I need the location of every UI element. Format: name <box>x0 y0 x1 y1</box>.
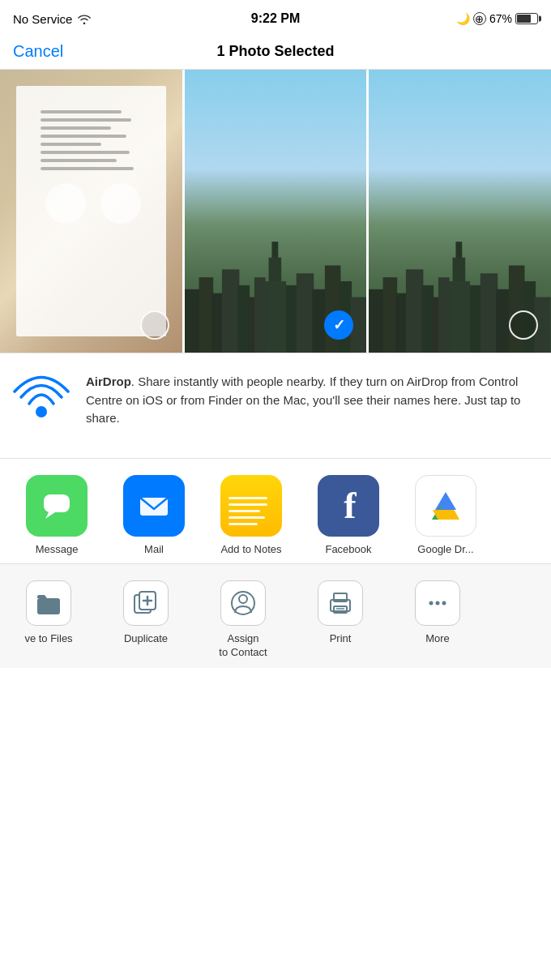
more-icon-wrap <box>415 580 460 626</box>
airdrop-description: AirDrop. Share instantly with people nea… <box>86 370 538 428</box>
photo-cell-1[interactable] <box>0 70 185 353</box>
svg-rect-33 <box>44 494 70 512</box>
action-label-print: Print <box>330 632 352 646</box>
battery-icon <box>515 13 538 24</box>
photo-grid: ✓ <box>0 70 551 353</box>
status-time: 9:22 PM <box>251 11 300 26</box>
nav-bar: Cancel 1 Photo Selected <box>0 36 551 70</box>
action-label-files: ve to Files <box>24 632 72 646</box>
check-icon: ✓ <box>333 318 345 332</box>
svg-point-56 <box>442 601 446 606</box>
photo-selection-1[interactable] <box>140 310 169 340</box>
svg-rect-23 <box>422 285 434 353</box>
airdrop-heading: AirDrop <box>86 374 131 388</box>
glare-1 <box>45 183 86 224</box>
share-label-facebook: Facebook <box>325 543 371 555</box>
doc-line <box>41 159 117 162</box>
message-bubble-icon <box>39 488 75 524</box>
svg-rect-22 <box>406 269 423 353</box>
print-icon <box>327 590 353 616</box>
svg-rect-3 <box>185 289 201 353</box>
share-label-message: Message <box>36 543 79 555</box>
more-dots-icon <box>425 590 451 616</box>
action-label-more: More <box>425 632 450 646</box>
battery-percent: 67% <box>489 12 512 25</box>
action-item-print[interactable]: Print <box>292 580 389 660</box>
status-left: No Service <box>13 12 92 26</box>
action-row: ve to Files Duplicate Assign to Contact <box>0 564 551 668</box>
share-item-mail[interactable]: Mail <box>105 475 203 555</box>
action-item-files[interactable]: ve to Files <box>0 580 97 660</box>
carrier-label: No Service <box>13 12 72 26</box>
nav-title: 1 Photo Selected <box>216 43 334 60</box>
status-bar: No Service 9:22 PM 🌙 ⊕ 67% <box>0 0 551 36</box>
action-item-more[interactable]: More <box>389 580 486 660</box>
svg-rect-42 <box>37 598 60 614</box>
files-icon-wrap <box>26 580 71 626</box>
mail-envelope-icon <box>136 488 172 524</box>
gdrive-triangle-icon <box>425 486 466 526</box>
share-row: Message Mail Add to Notes f Fac <box>0 459 551 564</box>
glare-2 <box>100 183 141 224</box>
airdrop-section: AirDrop. Share instantly with people nea… <box>0 353 551 459</box>
svg-point-55 <box>436 601 440 606</box>
gdrive-app-icon <box>415 475 476 537</box>
doc-line <box>41 118 131 122</box>
notes-app-icon <box>220 475 282 537</box>
svg-rect-7 <box>237 285 250 353</box>
doc-line <box>41 167 134 170</box>
action-label-duplicate: Duplicate <box>124 632 168 646</box>
folder-icon <box>36 590 62 616</box>
doc-line <box>41 135 126 138</box>
svg-rect-25 <box>438 277 450 353</box>
status-right: 🌙 ⊕ 67% <box>456 12 538 25</box>
notes-lines <box>229 490 274 525</box>
action-item-duplicate[interactable]: Duplicate <box>97 580 194 660</box>
notes-line-5 <box>229 523 258 525</box>
wifi-icon <box>77 13 92 24</box>
svg-rect-10 <box>286 285 298 353</box>
svg-rect-9 <box>254 277 266 353</box>
cancel-button[interactable]: Cancel <box>13 42 63 61</box>
svg-rect-26 <box>470 285 482 353</box>
doc-line <box>41 126 111 130</box>
notes-line-4 <box>229 516 265 519</box>
message-app-icon <box>26 475 88 537</box>
doc-line <box>41 143 101 146</box>
share-item-notes[interactable]: Add to Notes <box>203 475 300 555</box>
share-item-facebook[interactable]: f Facebook <box>300 475 397 555</box>
facebook-app-icon: f <box>318 475 379 537</box>
photo-cell-2[interactable]: ✓ <box>185 70 369 353</box>
share-label-mail: Mail <box>144 543 164 555</box>
share-label-gdrive: Google Dr... <box>417 543 473 555</box>
svg-point-54 <box>429 601 434 606</box>
location-icon: ⊕ <box>473 12 486 25</box>
svg-marker-34 <box>45 512 55 519</box>
svg-rect-19 <box>369 289 385 353</box>
duplicate-icon-wrap <box>123 580 169 626</box>
print-icon-wrap <box>318 580 363 626</box>
doc-line <box>41 110 122 113</box>
svg-marker-39 <box>436 494 455 510</box>
svg-point-48 <box>239 595 247 603</box>
photo-selection-3[interactable] <box>509 310 538 340</box>
share-item-message[interactable]: Message <box>8 475 105 555</box>
svg-rect-27 <box>481 273 498 353</box>
svg-rect-20 <box>383 277 398 353</box>
share-label-notes: Add to Notes <box>220 543 281 555</box>
svg-rect-11 <box>296 273 313 353</box>
svg-rect-4 <box>199 277 213 353</box>
action-item-contact[interactable]: Assign to Contact <box>194 580 292 660</box>
photo-cell-3[interactable] <box>369 70 551 353</box>
notes-line-3 <box>229 510 260 512</box>
contact-icon <box>230 590 256 616</box>
duplicate-icon <box>133 590 159 616</box>
airdrop-icon <box>13 370 70 426</box>
svg-rect-2 <box>263 281 285 353</box>
notes-line-1 <box>229 497 267 499</box>
mail-app-icon <box>123 475 185 537</box>
share-item-gdrive[interactable]: Google Dr... <box>397 475 494 555</box>
moon-icon: 🌙 <box>456 12 470 25</box>
facebook-f-icon: f <box>340 475 356 537</box>
notes-line-2 <box>229 503 267 506</box>
